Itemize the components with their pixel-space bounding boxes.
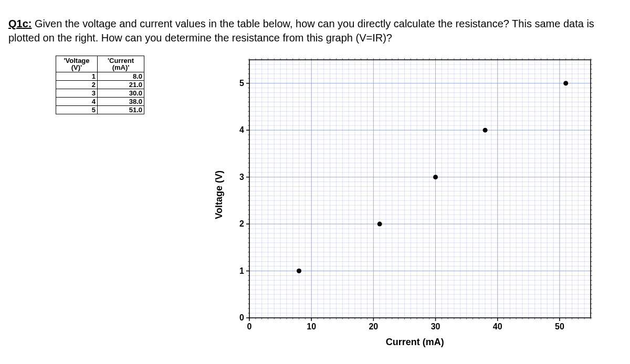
cell-voltage: 2 xyxy=(56,81,98,89)
svg-point-376 xyxy=(483,128,488,133)
col-header-current: 'Current (mA)' xyxy=(98,56,144,72)
svg-text:20: 20 xyxy=(369,322,379,331)
svg-text:5: 5 xyxy=(239,79,244,88)
cell-current: 21.0 xyxy=(98,81,144,89)
chart-wrap: Voltage (V) 01020304050012345 Current (m… xyxy=(213,56,596,348)
table-row: 2 21.0 xyxy=(56,81,144,89)
y-axis-label: Voltage (V) xyxy=(213,170,225,219)
svg-text:40: 40 xyxy=(493,322,502,331)
data-table: 'Voltage (V)' 'Current (mA)' 1 8.0 2 21.… xyxy=(56,56,144,114)
x-axis-label: Current (mA) xyxy=(365,336,444,348)
question-body: Given the voltage and current values in … xyxy=(8,18,594,44)
svg-point-375 xyxy=(433,175,438,179)
svg-point-374 xyxy=(377,222,382,227)
svg-text:4: 4 xyxy=(239,125,244,134)
cell-voltage: 1 xyxy=(56,72,98,81)
question-label: Q1c: xyxy=(8,18,32,29)
svg-text:0: 0 xyxy=(247,322,252,331)
table-row: 3 30.0 xyxy=(56,89,144,98)
col-header-voltage: 'Voltage (V)' xyxy=(56,56,98,72)
data-table-wrap: 'Voltage (V)' 'Current (mA)' 1 8.0 2 21.… xyxy=(56,56,144,114)
cell-voltage: 3 xyxy=(56,89,98,98)
svg-text:2: 2 xyxy=(239,219,244,228)
svg-point-377 xyxy=(564,81,569,85)
content-row: 'Voltage (V)' 'Current (mA)' 1 8.0 2 21.… xyxy=(8,56,622,348)
table-row: 4 38.0 xyxy=(56,98,144,106)
cell-current: 51.0 xyxy=(98,106,144,114)
svg-text:30: 30 xyxy=(431,322,440,331)
table-row: 5 51.0 xyxy=(56,106,144,114)
scatter-plot: 01020304050012345 xyxy=(228,56,596,334)
svg-rect-124 xyxy=(249,60,591,318)
cell-current: 8.0 xyxy=(98,72,144,81)
svg-text:3: 3 xyxy=(239,173,244,181)
cell-voltage: 4 xyxy=(56,98,98,106)
svg-text:10: 10 xyxy=(307,322,317,331)
svg-text:50: 50 xyxy=(555,322,564,331)
svg-text:0: 0 xyxy=(239,313,244,322)
table-row: 1 8.0 xyxy=(56,72,144,81)
cell-current: 30.0 xyxy=(98,89,144,98)
svg-text:1: 1 xyxy=(239,266,244,275)
svg-point-373 xyxy=(297,269,301,273)
question-text: Q1c: Given the voltage and current value… xyxy=(8,17,622,45)
cell-voltage: 5 xyxy=(56,106,98,114)
cell-current: 38.0 xyxy=(98,98,144,106)
